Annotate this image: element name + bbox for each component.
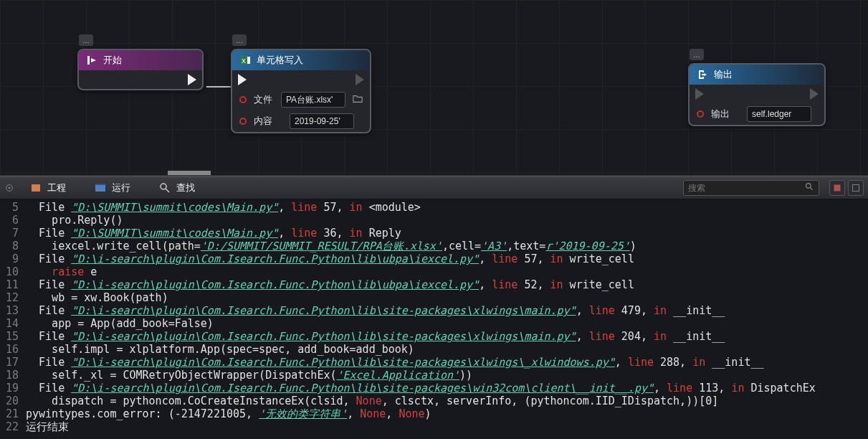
console-line: 16 self.impl = xlplatform.App(spec=spec,… (0, 343, 868, 356)
panel-gear-icon[interactable] (3, 181, 16, 194)
param-file-row: 文件 (232, 89, 370, 110)
svg-rect-6 (95, 185, 105, 192)
node-excel-title: 单元格写入 (257, 54, 303, 67)
line-body: File "D:\i-search\plugin\Com.Isearch.Fun… (26, 356, 764, 369)
console-line: 5 File "D:\SUMMIT\summit\codes\Main.py",… (0, 201, 868, 214)
output-in-port[interactable] (695, 88, 704, 100)
svg-point-4 (9, 187, 11, 189)
console-line: 14 app = App(add_book=False) (0, 317, 868, 330)
line-body: File "D:\i-search\plugin\Com.Isearch.Fun… (26, 252, 634, 265)
param-out-input[interactable] (747, 106, 811, 122)
node-tag-icon: … (232, 34, 247, 46)
param-dot-icon (239, 96, 247, 103)
node-start-title: 开始 (103, 54, 122, 67)
folder-open-icon[interactable] (353, 94, 363, 105)
svg-point-10 (806, 184, 811, 189)
line-number: 14 (0, 317, 26, 330)
search-box[interactable] (683, 180, 819, 196)
line-body: raise e (26, 265, 97, 278)
line-body: File "D:\i-search\plugin\Com.Isearch.Fun… (26, 278, 634, 291)
console-line: 21pywintypes.com_error: (-2147221005, '无… (0, 407, 868, 420)
line-number: 17 (0, 356, 26, 369)
search-icon (159, 182, 171, 194)
line-body: File "D:\i-search\plugin\Com.Isearch.Fun… (26, 330, 725, 343)
flow-canvas[interactable]: … 开始 … X 单元格写入 文件 (0, 0, 868, 176)
param-out-row: 输出 (690, 103, 824, 125)
line-number: 8 (0, 240, 26, 252)
node-output-header: 输出 (690, 65, 824, 85)
line-body: pro.Reply() (26, 214, 123, 227)
param-content-input[interactable] (290, 113, 354, 129)
output-out-port[interactable] (810, 88, 819, 100)
svg-text:X: X (242, 57, 246, 65)
line-number: 12 (0, 291, 26, 304)
line-number: 5 (0, 201, 26, 214)
svg-point-8 (161, 184, 166, 189)
tab-run[interactable]: 运行 (80, 177, 145, 199)
console-line: 9 File "D:\i-search\plugin\Com.Isearch.F… (0, 252, 868, 265)
svg-rect-13 (853, 185, 859, 192)
param-content-row: 内容 (232, 110, 370, 132)
console-line: 20 dispatch = pythoncom.CoCreateInstance… (0, 395, 868, 407)
tab-project[interactable]: 工程 (16, 177, 80, 199)
search-input[interactable] (688, 183, 805, 193)
param-dot-icon (697, 110, 704, 118)
line-number: 21 (0, 407, 26, 420)
start-out-port[interactable] (188, 74, 196, 85)
line-number: 19 (0, 382, 26, 395)
tab-find[interactable]: 查找 (145, 177, 209, 199)
line-body: File "D:\SUMMIT\summit\codes\Main.py", l… (26, 201, 421, 214)
line-number: 16 (0, 343, 26, 356)
console-line: 13 File "D:\i-search\plugin\Com.Isearch.… (0, 304, 868, 317)
tab-project-label: 工程 (47, 181, 66, 194)
node-start[interactable]: … 开始 (77, 49, 204, 90)
excel-out-port[interactable] (356, 74, 364, 85)
output-icon (697, 69, 708, 80)
console-line: 12 wb = xw.Book(path) (0, 291, 868, 304)
line-body: wb = xw.Book(path) (26, 291, 168, 304)
param-file-label: 文件 (254, 93, 274, 106)
line-number: 11 (0, 278, 26, 291)
console-line: 7 File "D:\SUMMIT\summit\codes\Main.py",… (0, 227, 868, 240)
run-icon (95, 182, 106, 194)
console-line: 15 File "D:\i-search\plugin\Com.Isearch.… (0, 330, 868, 343)
line-number: 13 (0, 304, 26, 317)
bottom-panel-tabs: 工程 运行 查找 (0, 176, 868, 199)
node-tag-icon: … (690, 49, 704, 60)
excel-in-port[interactable] (238, 74, 247, 85)
line-body: self.impl = xlplatform.App(spec=spec, ad… (26, 343, 414, 356)
line-number: 6 (0, 214, 26, 227)
start-icon (86, 55, 97, 66)
console-output[interactable]: 5 File "D:\SUMMIT\summit\codes\Main.py",… (0, 199, 868, 439)
console-line: 8 iexcel.write_cell(path='D:/SUMMIT/SUMM… (0, 240, 868, 252)
line-body: app = App(add_book=False) (26, 317, 214, 330)
line-number: 18 (0, 369, 26, 382)
line-body: pywintypes.com_error: (-2147221005, '无效的… (26, 407, 431, 420)
console-line: 19 File "D:\i-search\plugin\Com.Isearch.… (0, 382, 868, 395)
line-body: File "D:\i-search\plugin\Com.Isearch.Fun… (26, 382, 816, 395)
tab-find-label: 查找 (176, 181, 195, 194)
node-output-title: 输出 (714, 68, 733, 81)
line-number: 10 (0, 265, 26, 278)
console-line: 17 File "D:\i-search\plugin\Com.Isearch.… (0, 356, 868, 369)
line-number: 20 (0, 395, 26, 407)
line-body: dispatch = pythoncom.CoCreateInstanceEx(… (26, 395, 718, 407)
canvas-scrollbar[interactable] (168, 171, 211, 175)
svg-line-11 (810, 187, 812, 189)
line-number: 9 (0, 252, 26, 265)
node-excel-header: X 单元格写入 (232, 50, 370, 70)
search-icon[interactable] (805, 182, 814, 194)
panel-maximize-button[interactable] (848, 180, 864, 196)
excel-icon: X (239, 55, 251, 66)
node-output[interactable]: … 输出 输出 (688, 63, 826, 126)
node-excel-write[interactable]: … X 单元格写入 文件 内容 (231, 49, 371, 133)
panel-settings-button[interactable] (829, 180, 845, 196)
line-number: 22 (0, 420, 26, 433)
param-out-label: 输出 (711, 108, 740, 121)
param-file-input[interactable] (281, 92, 345, 108)
svg-rect-7 (95, 184, 105, 185)
console-line: 11 File "D:\i-search\plugin\Com.Isearch.… (0, 278, 868, 291)
console-line: 10 raise e (0, 265, 868, 278)
param-dot-icon (239, 118, 247, 125)
line-number: 15 (0, 330, 26, 343)
